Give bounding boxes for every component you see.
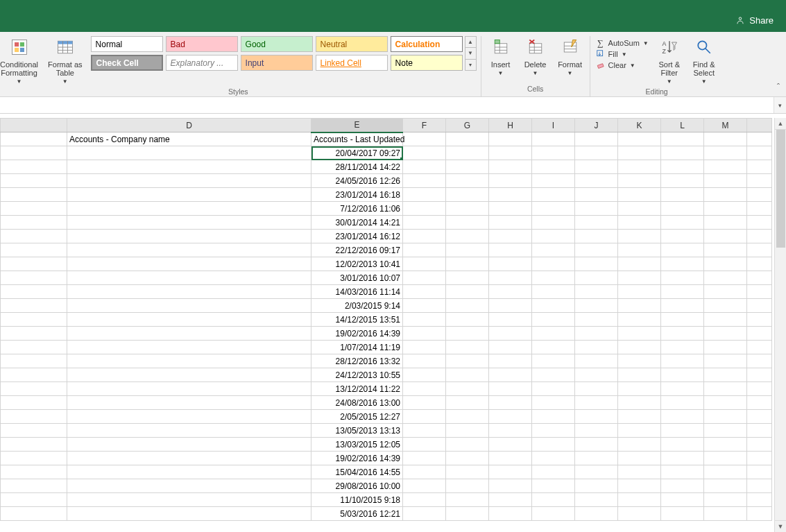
column-header-D[interactable]: D — [67, 119, 311, 132]
cell-date[interactable]: 2/05/2015 12:27 — [311, 410, 403, 424]
style-normal[interactable]: Normal — [91, 36, 163, 52]
cell[interactable] — [704, 132, 747, 146]
cell[interactable] — [532, 188, 575, 202]
spreadsheet-grid[interactable]: D E F G H I J K L M Accounts - Company n… — [0, 118, 772, 521]
cell[interactable] — [704, 313, 747, 327]
cell[interactable] — [747, 424, 772, 438]
cell[interactable] — [489, 285, 532, 299]
cell[interactable] — [618, 382, 661, 396]
cell[interactable] — [446, 216, 489, 230]
cell-date[interactable]: 28/11/2014 14:22 — [311, 160, 403, 174]
cell[interactable] — [489, 188, 532, 202]
scrollbar-thumb[interactable] — [776, 130, 785, 248]
cell[interactable] — [446, 479, 489, 493]
cell[interactable] — [67, 146, 311, 160]
cell[interactable] — [747, 479, 772, 493]
cell-date[interactable]: 23/01/2014 16:12 — [311, 230, 403, 243]
cell[interactable] — [489, 452, 532, 465]
cell[interactable] — [446, 313, 489, 327]
cell[interactable] — [489, 257, 532, 271]
cell[interactable] — [747, 202, 772, 216]
cell[interactable] — [618, 438, 661, 452]
cell[interactable] — [661, 327, 704, 341]
cell[interactable] — [618, 368, 661, 382]
cell[interactable] — [704, 507, 747, 521]
cell[interactable] — [747, 327, 772, 341]
cell[interactable] — [532, 396, 575, 410]
cell[interactable] — [747, 188, 772, 202]
format-button[interactable]: Format ▼ — [555, 36, 586, 78]
cell[interactable] — [575, 465, 618, 479]
cell[interactable] — [489, 354, 532, 368]
cell-date[interactable]: 15/04/2016 14:55 — [311, 465, 403, 479]
cell[interactable] — [489, 132, 532, 146]
cell[interactable] — [747, 313, 772, 327]
cell[interactable] — [661, 216, 704, 230]
cell[interactable] — [446, 424, 489, 438]
cell[interactable] — [403, 188, 446, 202]
cell[interactable] — [403, 132, 446, 146]
collapse-ribbon-button[interactable]: ˆ — [771, 36, 786, 96]
cell-styles-gallery[interactable]: Normal Bad Good Neutral Calculation Chec… — [89, 36, 464, 71]
cell-date[interactable]: 13/05/2013 13:13 — [311, 424, 403, 438]
cell[interactable] — [618, 174, 661, 188]
cell[interactable] — [575, 202, 618, 216]
cell[interactable] — [575, 174, 618, 188]
cell-date[interactable]: 3/01/2016 10:07 — [311, 271, 403, 285]
cell[interactable] — [403, 313, 446, 327]
cell[interactable] — [1, 479, 67, 493]
cell[interactable] — [661, 243, 704, 257]
cell[interactable] — [1, 160, 67, 174]
cell[interactable] — [532, 341, 575, 354]
cell[interactable] — [575, 396, 618, 410]
cell[interactable] — [661, 146, 704, 160]
cell[interactable] — [575, 146, 618, 160]
cell[interactable] — [661, 160, 704, 174]
cell[interactable] — [747, 438, 772, 452]
cell[interactable] — [489, 424, 532, 438]
cell[interactable] — [446, 230, 489, 243]
cell[interactable] — [532, 479, 575, 493]
cell[interactable] — [618, 132, 661, 146]
cell[interactable] — [575, 368, 618, 382]
cell[interactable] — [747, 507, 772, 521]
cell[interactable] — [747, 299, 772, 313]
cell[interactable] — [747, 230, 772, 243]
cell[interactable] — [67, 230, 311, 243]
cell-date[interactable]: 14/03/2016 11:14 — [311, 285, 403, 299]
cell[interactable] — [67, 327, 311, 341]
cell[interactable] — [403, 202, 446, 216]
cell[interactable] — [618, 202, 661, 216]
cell[interactable] — [704, 341, 747, 354]
cell-date[interactable]: 13/12/2014 11:22 — [311, 382, 403, 396]
cell[interactable] — [489, 493, 532, 507]
cell[interactable] — [446, 410, 489, 424]
cell[interactable] — [704, 410, 747, 424]
cell[interactable] — [747, 271, 772, 285]
cell-date[interactable]: 24/08/2016 13:00 — [311, 396, 403, 410]
cell[interactable] — [446, 382, 489, 396]
cell[interactable] — [575, 493, 618, 507]
cell[interactable] — [575, 160, 618, 174]
cell[interactable] — [661, 479, 704, 493]
cell[interactable] — [532, 299, 575, 313]
cell[interactable] — [1, 174, 67, 188]
cell[interactable] — [532, 174, 575, 188]
cell[interactable] — [747, 132, 772, 146]
cell[interactable] — [704, 354, 747, 368]
cell[interactable] — [446, 160, 489, 174]
column-header-K[interactable]: K — [618, 119, 661, 132]
cell[interactable] — [67, 410, 311, 424]
cell-date[interactable]: 19/02/2016 14:39 — [311, 327, 403, 341]
cell[interactable] — [532, 438, 575, 452]
cell[interactable] — [1, 146, 67, 160]
style-explanatory[interactable]: Explanatory ... — [166, 55, 238, 71]
delete-button[interactable]: Delete ▼ — [520, 36, 551, 78]
cell[interactable] — [67, 216, 311, 230]
cell[interactable] — [618, 354, 661, 368]
cell[interactable] — [704, 382, 747, 396]
scroll-down-button[interactable]: ▼ — [775, 520, 786, 532]
cell[interactable] — [489, 479, 532, 493]
cell[interactable] — [661, 368, 704, 382]
cell[interactable] — [704, 202, 747, 216]
